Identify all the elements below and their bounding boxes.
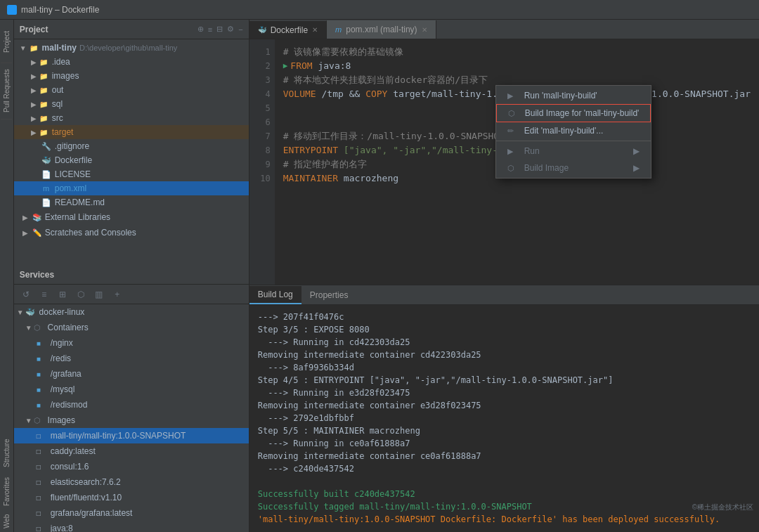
code-line-2: ▶ FROM java:8 (283, 59, 751, 73)
service-caddy[interactable]: □ caddy:latest (14, 443, 249, 459)
editor-area: 1 2 3 4 5 6 7 8 9 10 # 该镜像需要依赖的基础镜像 (249, 39, 759, 285)
build-image-arrow: ▶ (633, 163, 640, 173)
code-line-1: # 该镜像需要依赖的基础镜像 (283, 45, 751, 59)
tree-item-pom[interactable]: m pom.xml (14, 181, 249, 195)
service-images-group[interactable]: ▼ ⬡ Images (14, 413, 249, 428)
line-numbers: 1 2 3 4 5 6 7 8 9 10 (249, 39, 275, 285)
tree-item-root[interactable]: ▼ 📁 mall-tiny D:\developer\github\mall-t… (14, 41, 249, 55)
tree-item-target[interactable]: ▶ 📁 target (14, 125, 249, 139)
services-toolbar: ↺ ≡ ⊞ ⬡ ▥ + (14, 285, 249, 304)
tool-group[interactable]: ▥ (91, 287, 107, 302)
log-line-4: Removing intermediate container cd422303… (258, 349, 751, 361)
service-fluentd[interactable]: □ fluent/fluentd:v1.10 (14, 490, 249, 505)
tree-item-gitignore[interactable]: 🔧 .gitignore (14, 139, 249, 153)
context-menu: ▶ Run 'mall-tiny-build' ⬡ Build Image fo… (495, 85, 652, 179)
panel-icon-collapse[interactable]: ⊟ (216, 25, 223, 34)
side-tab-favorites[interactable]: Favorites (1, 472, 12, 511)
service-docker-linux[interactable]: ▼ 🐳 docker-linux (14, 304, 249, 320)
menu-item-run[interactable]: ▶ Run 'mall-tiny-build' (496, 87, 651, 104)
build-log-tabs: Build Log Properties (249, 285, 759, 305)
side-tab-pull-requests[interactable]: Pull Requests (1, 65, 12, 117)
run2-arrow: ▶ (633, 146, 640, 156)
build-icon: ⬡ (508, 109, 519, 118)
watermark: ©稀土掘金技术社区 (692, 502, 753, 512)
tab-pomxml[interactable]: m pom.xml (mall-tiny) ✕ (327, 20, 436, 39)
left-side-strip: Project Pull Requests Structure Favorite… (0, 20, 14, 532)
service-consul[interactable]: □ consul:1.6 (14, 459, 249, 474)
menu-separator-1 (496, 141, 651, 141)
log-line-14 (258, 475, 751, 488)
log-line-12: Removing intermediate container ce0af618… (258, 450, 751, 462)
tool-list[interactable]: ≡ (37, 287, 52, 302)
project-panel-header: Project ⊕ ≡ ⊟ ⚙ − (14, 20, 249, 39)
tree-item-license[interactable]: 📄 LICENSE (14, 167, 249, 181)
editor-tabs: 🐳 Dockerfile ✕ m pom.xml (mall-tiny) ✕ (249, 20, 759, 39)
panel-icon-list[interactable]: ≡ (208, 25, 212, 34)
tree-item-scratches-consoles[interactable]: ▶ ✏️ Scratches and Consoles (14, 225, 249, 240)
run2-icon: ▶ (507, 147, 519, 156)
tab-close-dockerfile[interactable]: ✕ (312, 26, 318, 34)
services-panel-header: Services (14, 265, 249, 285)
tab-properties[interactable]: Properties (301, 286, 357, 304)
service-mall-tiny-image[interactable]: □ mall-tiny/mall-tiny:1.0.0-SNAPSHOT (14, 428, 249, 443)
tool-refresh[interactable]: ↺ (18, 287, 34, 302)
tab-build-log[interactable]: Build Log (249, 286, 301, 304)
tree-item-images[interactable]: ▶ 📁 images (14, 69, 249, 83)
side-tab-web[interactable]: Web (1, 511, 12, 532)
tree-item-sql[interactable]: ▶ 📁 sql (14, 97, 249, 111)
log-line-8: Removing intermediate container e3d28f02… (258, 399, 751, 412)
log-line-11: ---> Running in ce0af61888a7 (258, 437, 751, 450)
tree-item-readme[interactable]: 📄 README.md (14, 195, 249, 209)
tool-filter[interactable]: ⊞ (55, 287, 70, 302)
project-panel: Project ⊕ ≡ ⊟ ⚙ − ▼ 📁 mall-tiny D:\devel… (14, 20, 249, 532)
tab-dockerfile[interactable]: 🐳 Dockerfile ✕ (249, 20, 327, 39)
service-grafana-image[interactable]: □ grafana/grafana:latest (14, 505, 249, 521)
app-icon (7, 5, 17, 15)
tree-item-src[interactable]: ▶ 📁 src (14, 111, 249, 125)
service-nginx[interactable]: ■ /nginx (14, 335, 249, 351)
menu-item-run2: ▶ Run ▶ (496, 143, 651, 160)
menu-item-build-image: ⬡ Build Image ▶ (496, 160, 651, 176)
tree-item-dockerfile[interactable]: 🐳 Dockerfile (14, 153, 249, 167)
log-line-16: Successfully tagged mall-tiny/mall-tiny:… (258, 500, 751, 513)
side-tab-structure[interactable]: Structure (1, 434, 12, 472)
panel-icon-add[interactable]: ⊕ (197, 25, 204, 34)
services-tree: ↺ ≡ ⊞ ⬡ ▥ + ▼ 🐳 docker-linux ▼ ⬡ Contain… (14, 285, 249, 532)
service-java[interactable]: □ java:8 (14, 521, 249, 532)
service-grafana[interactable]: ■ /grafana (14, 366, 249, 382)
run-arrow[interactable]: ▶ (283, 59, 288, 73)
log-line-13: ---> c240de437542 (258, 462, 751, 475)
tree-item-idea[interactable]: ▶ 📁 .idea (14, 55, 249, 69)
panel-icon-settings[interactable]: ⚙ (227, 25, 234, 34)
tool-connect[interactable]: ⬡ (73, 287, 89, 302)
log-line-9: ---> 2792e1dbfbbf (258, 412, 751, 424)
service-redis[interactable]: ■ /redis (14, 351, 249, 366)
log-line-3: ---> Running in cd422303da25 (258, 336, 751, 349)
title-bar: mall-tiny – Dockerfile (0, 0, 759, 20)
service-mysql[interactable]: ■ /mysql (14, 382, 249, 397)
log-line-1: ---> 207f41f0476c (258, 311, 751, 323)
service-containers-group[interactable]: ▼ ⬡ Containers (14, 320, 249, 335)
tree-item-out[interactable]: ▶ 📁 out (14, 83, 249, 97)
main-layout: Project Pull Requests Structure Favorite… (0, 20, 759, 532)
tab-close-pomxml[interactable]: ✕ (422, 26, 427, 34)
log-line-15: Successfully built c240de437542 (258, 488, 751, 500)
editor-build-container: 1 2 3 4 5 6 7 8 9 10 # 该镜像需要依赖的基础镜像 (249, 39, 759, 532)
edit-icon: ✏ (507, 126, 519, 136)
side-tab-project[interactable]: Project (1, 22, 12, 61)
log-line-6: Step 4/5 : ENTRYPOINT ["java", "-jar","/… (258, 374, 751, 387)
service-redismod[interactable]: ■ /redismod (14, 397, 249, 413)
build2-icon: ⬡ (507, 164, 519, 173)
log-line-17: 'mall-tiny/mall-tiny:1.0.0-SNAPSHOT Dock… (258, 513, 751, 526)
menu-item-edit[interactable]: ✏ Edit 'mall-tiny-build'... (496, 122, 651, 139)
panel-icon-close[interactable]: − (238, 25, 242, 34)
window-title: mall-tiny – Dockerfile (21, 5, 99, 15)
log-line-2: Step 3/5 : EXPOSE 8080 (258, 323, 751, 336)
service-elasticsearch[interactable]: □ elasticsearch:7.6.2 (14, 474, 249, 490)
menu-item-build-image-for[interactable]: ⬡ Build Image for 'mall-tiny-build' (496, 104, 651, 122)
tree-item-external-libraries[interactable]: ▶ 📚 External Libraries (14, 209, 249, 225)
build-log-content[interactable]: ---> 207f41f0476c Step 3/5 : EXPOSE 8080… (249, 305, 759, 532)
file-tree: ▼ 📁 mall-tiny D:\developer\github\mall-t… (14, 39, 249, 265)
log-line-5: ---> 8af9936b334d (258, 361, 751, 374)
tool-add[interactable]: + (110, 287, 125, 302)
